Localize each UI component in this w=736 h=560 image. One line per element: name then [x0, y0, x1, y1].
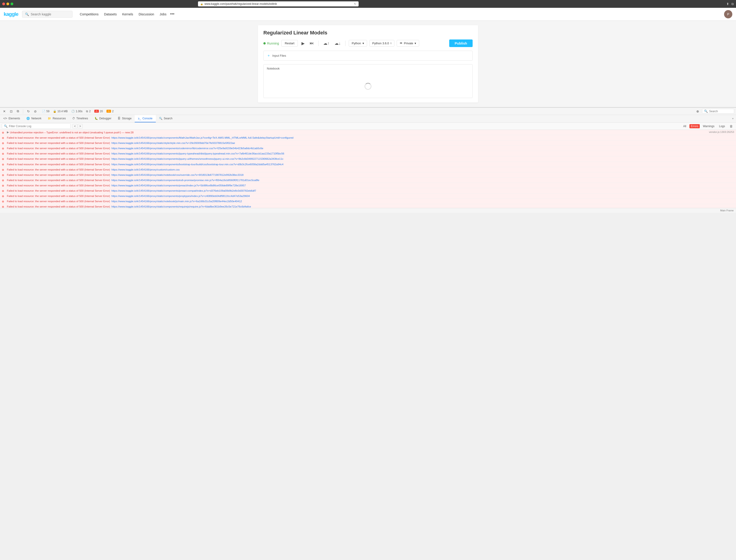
fast-forward-button[interactable]: ⏭ [308, 40, 315, 47]
notebook-card: Regularized Linear Models Running Restar… [258, 25, 478, 103]
tab-elements[interactable]: </> Elements [0, 115, 23, 122]
tab-search[interactable]: 🔍 Search [156, 115, 176, 122]
console-icon: ≥_ [138, 117, 141, 120]
msg-link-4[interactable]: https://www.kaggle.io/k/1454166/proxy/st… [112, 152, 284, 155]
msg-text-11: Failed to load resource: the server resp… [7, 189, 734, 193]
tab-resources[interactable]: 📁 Resources [45, 115, 69, 122]
tab-timelines[interactable]: ⏱ Timelines [69, 115, 91, 122]
tab-network[interactable]: 🌐 Network [23, 115, 45, 122]
error-icon-0: ⊗ [2, 131, 6, 134]
msg-text-13: Failed to load resource: the server resp… [7, 199, 734, 203]
filter-all[interactable]: All [682, 124, 688, 128]
msg-link-9[interactable]: https://www.kaggle.io/k/1454166/proxy/st… [112, 179, 260, 182]
error-icon-6: ⊗ [2, 163, 6, 166]
msg-text-1: Failed to load resource: the server resp… [7, 136, 734, 140]
tab-console[interactable]: ≥_ Console [135, 115, 156, 122]
msg-link-13[interactable]: https://www.kaggle.io/k/1454166/proxy/st… [112, 200, 242, 203]
tab-search-label: Search [164, 117, 173, 120]
maximize-button[interactable] [11, 3, 13, 5]
search-input[interactable] [31, 12, 70, 16]
browser-actions[interactable]: ⬆ ⧉ [726, 2, 734, 6]
console-msg-7: ⊗ Failed to load resource: the server re… [0, 167, 736, 172]
tab-storage[interactable]: 🗄 Storage [115, 115, 135, 122]
publish-button[interactable]: Publish [449, 39, 472, 47]
lock-icon: 🔒 [200, 3, 203, 5]
visibility-label: Private [404, 42, 413, 45]
console-filter-input[interactable] [9, 125, 69, 128]
error-icon-5: ⊗ [2, 157, 6, 161]
devtools-inspect-button[interactable]: ⊕ [695, 109, 700, 114]
kaggle-logo[interactable]: kaggle [4, 11, 18, 17]
msg-link-10[interactable]: https://www.kaggle.io/k/1454166/proxy/st… [112, 184, 246, 187]
filter-prev-button[interactable]: < [73, 124, 77, 129]
visibility-dropdown[interactable]: 👁 Private ▾ [397, 40, 419, 47]
devtools-tabs: </> Elements 🌐 Network 📁 Resources ⏱ Tim… [0, 115, 736, 123]
error-icon-7: ⊗ [2, 168, 6, 171]
avatar[interactable]: P [724, 10, 732, 18]
close-button[interactable] [2, 3, 5, 5]
add-tab-button[interactable]: + [730, 115, 736, 122]
divider2 [345, 41, 346, 46]
devtools-stop-button[interactable]: ⊘ [33, 109, 38, 114]
play-button[interactable]: ▶ [300, 40, 306, 47]
more-button[interactable]: ••• [170, 12, 174, 17]
share-icon[interactable]: ⬆ [726, 2, 729, 6]
devtools-search-bar[interactable]: 🔍 [702, 109, 734, 114]
error-icon-8: ⊗ [2, 174, 6, 177]
tab-network-label: Network [31, 117, 41, 120]
notebook-title: Regularized Linear Models [264, 30, 472, 36]
tab-debugger[interactable]: 🐛 Debugger [91, 115, 115, 122]
search-bar[interactable]: 🔍 [22, 11, 73, 18]
msg-link-6[interactable]: https://www.kaggle.io/k/1454166/proxy/st… [112, 163, 284, 166]
devtools-refresh-button[interactable]: ↻ [26, 109, 31, 114]
window-controls[interactable] [2, 3, 13, 5]
console-messages: ⊗ ▶ Unhandled promise rejection – TypeEr… [0, 130, 736, 208]
expand-toggle-0[interactable]: ▶ [7, 131, 9, 134]
restart-button[interactable]: Restart [281, 40, 298, 47]
msg-link-2[interactable]: https://www.kaggle.io/k/1454166/proxy/st… [112, 142, 235, 144]
address-bar[interactable]: 🔒 www.kaggle.com/pavehwk/regularized-lin… [198, 1, 359, 6]
browser-chrome: 🔒 www.kaggle.com/pavehwk/regularized-lin… [0, 0, 736, 8]
filter-next-button[interactable]: > [78, 124, 83, 129]
language-dropdown[interactable]: Python ▾ [349, 40, 367, 47]
nav-competitions[interactable]: Competitions [80, 12, 99, 16]
navbar: kaggle 🔍 Competitions Datasets Kernels D… [0, 8, 736, 21]
devtools-close-button[interactable]: ✕ [2, 109, 7, 114]
file-icon: 📄 [42, 110, 45, 113]
devtools-split-button[interactable]: ⧉ [16, 109, 20, 114]
filter-warnings[interactable]: Warnings [702, 124, 716, 128]
search-icon: 🔍 [25, 12, 29, 16]
msg-link-7[interactable]: https://www.kaggle.io/k/1454166/proxy/cu… [112, 168, 180, 171]
filter-input-bar[interactable]: 🔍 [2, 123, 71, 129]
devtools-search-input-field[interactable] [709, 110, 732, 113]
minimize-button[interactable] [6, 3, 9, 5]
window-icon[interactable]: ⧉ [731, 2, 734, 6]
tab-elements-label: Elements [8, 117, 20, 120]
msg-link-11[interactable]: https://www.kaggle.io/k/1454166/proxy/st… [112, 189, 256, 192]
nav-kernels[interactable]: Kernels [122, 12, 133, 16]
clear-console-button[interactable]: 🗑 [728, 124, 734, 129]
devtools-panel: ✕ ⊡ ⧉ ↻ ⊘ 📄 59 🔒 10.4 MB 🕐 1.00s ⧉ 2 [0, 107, 736, 213]
nav-datasets[interactable]: Datasets [104, 12, 117, 16]
debugger-icon: 🐛 [95, 117, 98, 120]
filter-errors[interactable]: Errors [689, 124, 700, 128]
msg-link-12[interactable]: https://www.kaggle.io/k/1454166/proxy/st… [112, 195, 250, 197]
msg-link-1[interactable]: https://www.kaggle.io/k/1454166/proxy/st… [112, 136, 294, 139]
msg-text-5: Failed to load resource: the server resp… [7, 157, 734, 161]
input-files-section[interactable]: ＋ Input Files [264, 51, 472, 61]
console-msg-5: ⊗ Failed to load resource: the server re… [0, 156, 736, 162]
msg-text-2: Failed to load resource: the server resp… [7, 141, 734, 145]
msg-link-3[interactable]: https://www.kaggle.io/k/1454166/proxy/st… [112, 147, 264, 150]
nav-discussion[interactable]: Discussion [139, 12, 154, 16]
upload-button[interactable]: ☁↑ [322, 40, 331, 47]
filter-logs[interactable]: Logs [718, 124, 726, 128]
msg-link-5[interactable]: https://www.kaggle.io/k/1454166/proxy/st… [112, 157, 284, 160]
frames-icon: ⧉ [86, 110, 88, 113]
devtools-undock-button[interactable]: ⊡ [9, 109, 14, 114]
nav-jobs[interactable]: Jobs [160, 12, 167, 16]
msg-link-14[interactable]: https://www.kaggle.io/k/1454166/proxy/st… [112, 205, 251, 208]
msg-link-8[interactable]: https://www.kaggle.io/k/1454166/proxy/st… [112, 174, 244, 176]
refresh-icon[interactable]: ↻ [354, 2, 356, 6]
python-version-dropdown[interactable]: Python 3.6.0 ℹ [369, 40, 394, 47]
download-button[interactable]: ☁↓ [333, 40, 342, 47]
